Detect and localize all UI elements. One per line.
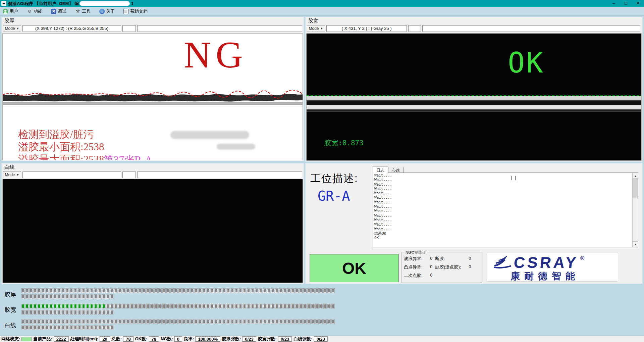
progress-cell [42, 319, 45, 324]
progress-cell [25, 288, 29, 293]
progress-cell [106, 304, 109, 308]
progress-cell [34, 319, 37, 324]
menu-item-functions[interactable]: ⚙ 功能 [27, 8, 42, 14]
glue-width-image-view[interactable]: OK 胶宽:0.873 [306, 33, 642, 161]
progress-cell [259, 304, 262, 308]
status-process-time: 处理时间(ms):20 [70, 336, 110, 342]
progress-cell [219, 304, 222, 308]
mode-dropdown[interactable]: Mode ▼ [3, 172, 21, 178]
progress-cell [42, 288, 45, 293]
progress-cell [215, 304, 218, 308]
progress-cell [122, 288, 125, 293]
progress-cell [30, 310, 33, 314]
glue-stripe-light [307, 96, 641, 100]
pixel-readout-field[interactable]: (X 398,Y 1272) : (R 255,G 255,B 255) [22, 25, 121, 32]
station-description-label: 工位描述: [310, 172, 358, 186]
progress-cell [138, 319, 142, 324]
progress-cell [199, 319, 202, 324]
glue-thickness-image-view[interactable]: NG 检测到溢胶/脏污 溢胶最小面积:2538 溢胶最大面积:2538 第37张… [2, 33, 303, 160]
scrollbar-thumb[interactable] [633, 179, 638, 198]
status-width-frames: 胶宽张数:0/23 [258, 336, 292, 342]
small-field[interactable] [122, 172, 136, 178]
app-logo-icon: ✒ [1, 1, 6, 6]
progress-cell [50, 288, 53, 293]
progress-cell [271, 319, 274, 324]
progress-cell [146, 319, 150, 324]
progress-cell [38, 325, 41, 330]
scroll-down-icon[interactable]: ▼ [633, 241, 638, 247]
progress-cell [319, 288, 323, 293]
gray-smudge [217, 144, 255, 150]
progress-cell [58, 310, 61, 314]
progress-cell [110, 288, 113, 293]
mode-dropdown[interactable]: Mode ▼ [307, 25, 325, 32]
small-field[interactable] [408, 25, 421, 32]
close-button[interactable]: ✕ [632, 0, 644, 7]
progress-cell [271, 304, 274, 308]
log-scrollbar[interactable]: ▲ ▼ [632, 173, 638, 247]
progress-cell [331, 288, 335, 293]
pixel-readout-field[interactable]: ( X 431, Y 2 ) : ( Gray 25 ) [326, 25, 407, 32]
progress-cell [25, 294, 29, 299]
mode-dropdown[interactable]: Mode ▼ [3, 25, 21, 32]
progress-cell [295, 288, 299, 293]
tab-log[interactable]: 日志 [373, 166, 388, 174]
progress-cell [319, 319, 323, 324]
window-controls: – □ ✕ [608, 0, 644, 7]
progress-cell [62, 304, 65, 308]
minimize-button[interactable]: – [608, 0, 620, 7]
progress-cell [182, 304, 186, 308]
progress-cell [102, 288, 105, 293]
overall-result-button[interactable]: OK [310, 254, 399, 282]
progress-cell [211, 288, 214, 293]
menu-item-tools[interactable]: ⚒ 工具 [75, 8, 91, 14]
small-field[interactable] [122, 25, 136, 32]
progress-cell [138, 288, 142, 293]
progress-cell [287, 304, 290, 308]
scroll-up-icon[interactable]: ▲ [633, 173, 638, 179]
log-checkbox[interactable] [511, 176, 516, 180]
progress-cell [150, 304, 154, 308]
progress-cell [86, 310, 89, 314]
menu-item-debug[interactable]: ✕ 调试 [51, 8, 66, 14]
menu-item-user[interactable]: 用户 [3, 8, 18, 14]
long-field[interactable] [422, 25, 640, 32]
menu-label: 功能 [34, 8, 42, 14]
progress-cell [235, 288, 238, 293]
pixel-readout-field[interactable] [22, 172, 121, 178]
progress-cell [243, 304, 246, 308]
log-output-area[interactable]: Wait.... Wait.... Wait.... Wait.... Wait… [373, 173, 638, 247]
maximize-button[interactable]: □ [620, 0, 632, 7]
progress-cell [251, 319, 254, 324]
progress-cell [158, 288, 162, 293]
progress-cell [251, 304, 254, 308]
progress-cell [267, 304, 270, 308]
progress-cell [94, 319, 97, 324]
progress-cell [82, 310, 85, 314]
long-field[interactable] [137, 25, 302, 32]
long-field[interactable] [137, 172, 302, 178]
menu-item-help-doc[interactable]: 帮助文档 [123, 8, 148, 14]
progress-cell [327, 319, 331, 324]
progress-cell [34, 304, 37, 308]
progress-cell [70, 294, 73, 299]
progress-row [21, 288, 335, 293]
progress-cell [231, 319, 234, 324]
menu-label: 帮助文档 [130, 8, 148, 14]
progress-cell [82, 325, 85, 330]
progress-cell [223, 304, 226, 308]
progress-cell [186, 288, 190, 293]
progress-row [21, 304, 335, 308]
progress-cell [303, 319, 307, 324]
window-title: 侧涂AOI程序 【当前用户: OEM】 编 [8, 1, 79, 7]
progress-cell [38, 288, 41, 293]
progress-cell [223, 319, 226, 324]
progress-cell [227, 319, 230, 324]
progress-cell [38, 294, 41, 299]
status-thickness-frames: 胶厚张数:0/23 [222, 336, 256, 342]
progress-cell [66, 304, 69, 308]
progress-cell [191, 304, 194, 308]
white-line-image-view[interactable] [2, 179, 303, 283]
status-ok-count: OK数:78 [135, 336, 159, 342]
menu-item-about[interactable]: i 关于 [99, 8, 115, 14]
